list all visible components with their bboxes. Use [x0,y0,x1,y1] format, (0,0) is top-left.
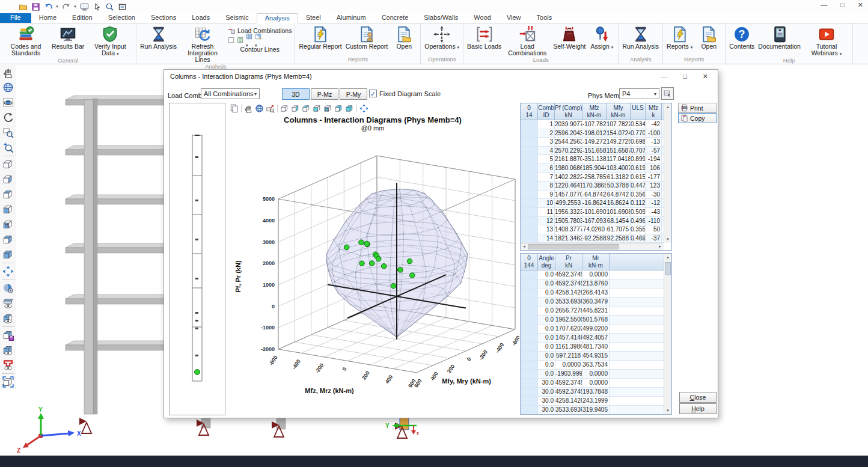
chart-tool-fit-view[interactable] [359,103,369,113]
qat-capture-button[interactable] [116,1,128,12]
row-selector[interactable] [521,316,538,324]
column-elevation[interactable] [170,103,225,415]
tab-concrete[interactable]: Concrete [374,13,417,23]
chart-tool-ccube-inner[interactable] [323,103,333,113]
minimize-button[interactable]: — [821,1,827,9]
load-point[interactable] [381,264,387,269]
column-header[interactable]: CombID [538,103,555,120]
table-row[interactable]: 0.01161.3986481.7340 [521,343,671,352]
chart-tool-ccube-solid[interactable] [344,103,355,113]
chevron-down-icon[interactable]: ▾ [55,4,60,9]
scroll-thumb[interactable] [528,244,619,249]
row-selector[interactable] [521,120,538,129]
restore-button[interactable]: □ [840,1,845,9]
row-selector[interactable] [521,406,538,414]
row-selector[interactable] [521,155,538,163]
qat-redo-button[interactable] [60,1,72,12]
table-row[interactable]: 0.02656.7278445.8231 [521,307,671,316]
tab-view[interactable]: View [499,13,529,23]
ribbon-button-assign[interactable]: Assign ▾ [587,24,616,50]
chevron-down-icon[interactable]: ▾ [73,4,78,9]
load-combinations-select[interactable]: All Combinations ▾ [201,88,260,99]
tab-seismic[interactable]: Seismic [218,13,257,23]
member-pick-button[interactable] [661,87,674,100]
fixed-scale-checkbox[interactable]: ✓ [369,90,377,97]
table-row[interactable]: 81220.4641170.386550.37880.4471123 [521,182,671,191]
qat-zoom-button[interactable] [103,1,115,12]
ribbon-button-custom-report[interactable]: Custom Report [344,24,390,50]
interaction-diagram-3d[interactable]: 5000500040004000300030002000200010001000… [227,114,519,418]
column-header[interactable]: Angledeg [538,254,555,270]
help-button[interactable]: Help [679,403,717,414]
chart-tool-globe[interactable] [254,103,264,113]
row-selector[interactable] [521,307,538,315]
load-point[interactable] [391,283,396,288]
fixed-diagram-scale-option[interactable]: ✓ Fixed Diagram Scale [369,90,441,97]
chart-tool-zoom-reset[interactable] [265,103,275,113]
row-selector[interactable] [521,352,538,360]
close-button[interactable]: ✕ [858,1,863,9]
table-row[interactable]: 71402.2822-258.785161.31820.6155-177 [521,173,671,182]
station-marker[interactable] [195,370,200,375]
ribbon-button-run-analysis[interactable]: Run Analysis [620,24,661,50]
table-row[interactable]: 0.01457.4146492.4057 [521,334,671,343]
table-row[interactable]: 30.04592.3745193.7848 [521,388,671,397]
chart-tool-ccube-top[interactable] [301,103,311,113]
row-selector[interactable] [521,279,538,288]
tab-home[interactable]: Home [31,13,64,23]
row-selector[interactable] [521,379,538,387]
ribbon-button-tutorial-webinars[interactable]: Tutorial Webinars ▾ [802,24,851,57]
row-selector[interactable] [521,234,538,243]
table-row[interactable]: 0.01707.6202499.0200 [521,325,671,334]
table-row[interactable]: 0.04592.37450.0000 [521,270,671,279]
column-header[interactable]: Mfzk [646,103,662,120]
row-selector[interactable] [521,208,538,216]
table-row[interactable]: 111956.3323-101.6908101.69080.5095-43 [521,208,671,217]
column-header[interactable]: Pf (Comp)kN [555,103,582,120]
tab-edition[interactable]: Edition [64,13,100,23]
qat-select-cursor-button[interactable] [91,1,103,12]
ribbon-button-reports[interactable]: Reports ▾ [665,24,694,50]
scroll-down-icon[interactable]: ▼ [664,407,671,414]
dialog-titlebar[interactable]: Columns - Interaction Diagrams (Phys Mem… [164,70,718,83]
load-point[interactable] [359,261,365,266]
chart-tool-ccube-side[interactable] [334,103,344,113]
tab-selection[interactable]: Selection [100,13,143,23]
tab-sections[interactable]: Sections [143,13,184,23]
chart-tool-pan-hand[interactable] [243,103,254,113]
print-button[interactable]: Print [678,103,717,113]
row-selector[interactable] [521,129,538,138]
view-button-p-mz[interactable]: P-Mz [311,88,338,100]
copy-button[interactable]: Copy [678,113,717,123]
table-row[interactable]: 30.03533.6936319.9405 [521,406,671,415]
ribbon-button-contents[interactable]: ?Contents [727,24,756,50]
tab-steel[interactable]: Steel [298,13,329,23]
chart-tool-ccube-wire[interactable] [280,103,290,113]
selected-column-p4[interactable] [400,417,409,430]
row-selector[interactable] [521,173,538,182]
scroll-left-icon[interactable]: ◄ [521,243,528,250]
load-point[interactable] [398,267,403,273]
table-row[interactable]: 141821.3462-92.258892.25880.4693-37 [521,234,671,243]
load-point[interactable] [344,245,349,250]
tab-analysis[interactable]: Analysis [257,13,298,23]
qat-monitor-button[interactable] [78,1,90,12]
row-selector[interactable] [521,217,538,225]
table-row[interactable]: 91457.0770-64.874264.87420.3568-30 [521,191,671,200]
ribbon-button-results-bar[interactable]: Results Bar [50,24,86,50]
table-row[interactable]: 121505.7803-167.093368.14540.4960-110 [521,217,671,226]
combinations-table[interactable]: 014CombIDPf (Comp)kNMfzkN-mMfykN-mULS Mf… [520,103,672,251]
table-row[interactable]: 0.0597.2118454.9315 [521,352,671,361]
vertical-scrollbar[interactable]: ▲▼ [664,254,671,414]
table-row[interactable]: 12039.9077-107.7822107.78220.5349-42 [521,120,671,129]
column-header[interactable]: MrkN-m [582,254,610,270]
column-header[interactable]: MfykN-m [607,103,631,120]
chart-tool-copy-page[interactable] [229,103,239,113]
phys-memb-select[interactable]: P4 ▾ [619,88,659,99]
ribbon-button-codes-and-standards[interactable]: Codes and Standards [2,24,50,56]
column[interactable] [84,99,97,414]
row-selector[interactable] [521,388,538,396]
tab-aluminum[interactable]: Aluminum [329,13,374,23]
load-point[interactable] [376,256,381,261]
row-selector[interactable] [521,191,538,199]
